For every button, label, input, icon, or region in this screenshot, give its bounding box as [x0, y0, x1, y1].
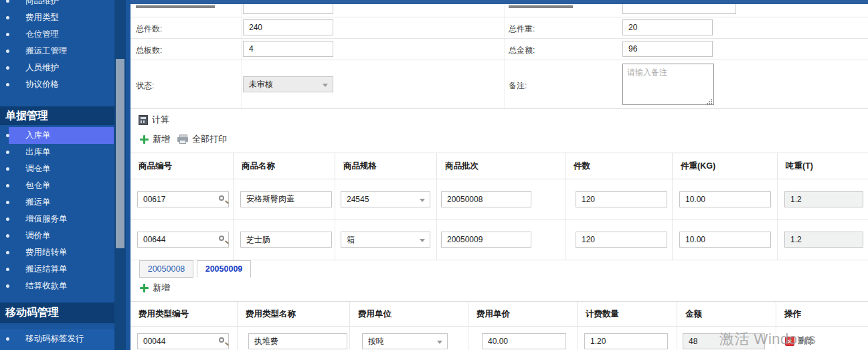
- sidebar-scrollbar[interactable]: [114, 0, 126, 350]
- sidebar-item-porter-management[interactable]: 搬运工管理: [0, 43, 131, 60]
- sidebar-nav: 商品维护 费用类型 仓位管理 搬运工管理 人员维护 协议价格: [0, 0, 131, 350]
- sidebar-item-fee-type[interactable]: 费用类型: [0, 9, 131, 26]
- remark-field-wrap: [622, 64, 714, 108]
- add-fee-button[interactable]: 新增: [140, 282, 170, 294]
- sidebar-item-transfer-order[interactable]: 调仓单: [0, 161, 131, 177]
- total-amount-input[interactable]: [622, 41, 713, 57]
- total-pieces-input[interactable]: [243, 19, 333, 35]
- total-piece-weight-input[interactable]: [622, 19, 713, 35]
- spec-value: 24545: [347, 195, 369, 204]
- fee-name-input[interactable]: [248, 333, 347, 349]
- sidebar-item-label: 搬运单: [25, 194, 51, 211]
- chevron-down-icon: [420, 199, 425, 202]
- status-label: 状态:: [136, 80, 154, 92]
- product-batch-input[interactable]: [441, 232, 531, 248]
- product-name-input[interactable]: [240, 232, 332, 248]
- sidebar-item-personnel[interactable]: 人员维护: [0, 60, 131, 76]
- bullet-icon: [6, 284, 9, 288]
- sidebar-item-packing-order[interactable]: 包仓单: [0, 177, 131, 194]
- product-spec-select[interactable]: 箱: [341, 232, 430, 248]
- col-header-unit-weight: 件重(KG): [673, 153, 778, 179]
- form-row-divider: [131, 17, 868, 17]
- order-summary-form: 总件数: 总件重: 总板数: 总金额: 状态: 未审核 备注:: [131, 0, 868, 108]
- resize-grip-icon[interactable]: [711, 103, 712, 104]
- sidebar-item-label: 协议价格: [25, 76, 59, 93]
- sidebar-item-label: 仓位管理: [25, 26, 59, 43]
- product-table: 商品编号 商品名称 商品规格 商品批次 件数 件重(KG) 吨重(T) 2454…: [131, 153, 868, 260]
- sidebar-item-fee-carryover-order[interactable]: 费用结转单: [0, 244, 131, 261]
- bullet-icon: [6, 66, 9, 70]
- sidebar-item-label: 结算收款单: [25, 278, 68, 294]
- sidebar-item-label: 费用结转单: [25, 244, 68, 261]
- product-code-input[interactable]: [137, 232, 229, 248]
- sidebar-item-agreement-price[interactable]: 协议价格: [0, 76, 131, 93]
- selected-highlight: [9, 127, 114, 144]
- form-bottom-divider: [131, 108, 868, 109]
- sidebar-item-warehouse-slot[interactable]: 仓位管理: [0, 26, 131, 43]
- sidebar-item-handling-settlement-order[interactable]: 搬运结算单: [0, 261, 131, 278]
- sidebar-item-label: 调仓单: [25, 161, 51, 177]
- search-icon[interactable]: [219, 337, 224, 343]
- sidebar-item-price-adjust-order[interactable]: 调价单: [0, 228, 131, 244]
- sidebar-item-product-maintenance[interactable]: 商品维护: [0, 0, 131, 9]
- fee-qty-input[interactable]: [584, 333, 668, 349]
- remark-textarea[interactable]: [622, 64, 714, 105]
- total-amount-label: 总金额:: [509, 45, 535, 56]
- fee-price-input[interactable]: [482, 333, 566, 349]
- table-row: [673, 179, 778, 220]
- print-all-button[interactable]: 全部打印: [177, 133, 227, 145]
- col-header-product-batch: 商品批次: [437, 153, 566, 179]
- fee-code-input[interactable]: [137, 333, 229, 349]
- qty-input[interactable]: [576, 232, 667, 248]
- unit-weight-input[interactable]: [679, 191, 771, 207]
- product-batch-input[interactable]: [441, 191, 531, 207]
- sidebar-item-label: 搬运结算单: [25, 261, 68, 278]
- form-divider: [504, 4, 505, 108]
- sidebar-section-mobile-code: 移动码管理: [0, 302, 114, 323]
- table-row: [437, 179, 566, 220]
- product-spec-select[interactable]: 24545: [341, 191, 430, 207]
- section-title: 单据管理: [5, 109, 48, 123]
- sidebar-item-settlement-receipt-order[interactable]: 结算收款单: [0, 278, 131, 294]
- table-row: [131, 220, 234, 260]
- product-code-input[interactable]: [137, 191, 229, 207]
- calculate-button[interactable]: 计算: [139, 114, 169, 126]
- section-title: 移动码管理: [5, 306, 59, 320]
- clipped-input[interactable]: [243, 4, 333, 14]
- sidebar-item-handling-order[interactable]: 搬运单: [0, 194, 131, 211]
- sidebar-item-outbound-order[interactable]: 出库单: [0, 144, 131, 161]
- bullet-icon: [6, 33, 9, 36]
- remark-label: 备注:: [509, 80, 527, 92]
- col-header-product-code: 商品编号: [131, 153, 234, 179]
- col-header-actions: 操作: [776, 302, 868, 327]
- total-pallets-input[interactable]: [243, 41, 333, 57]
- fee-unit-select[interactable]: 按吨: [362, 333, 448, 349]
- bullet-icon: [6, 268, 9, 271]
- status-select[interactable]: 未审核: [243, 76, 333, 92]
- sidebar-item-label: 商品维护: [25, 0, 59, 9]
- total-piece-weight-label: 总件重:: [509, 23, 535, 35]
- sidebar-scrollbar-thumb[interactable]: [116, 59, 124, 248]
- sidebar-item-mobile-code-label-issue[interactable]: 移动码标签发行: [0, 331, 131, 347]
- main-content: 总件数: 总件重: 总板数: 总金额: 状态: 未审核 备注: 计算: [131, 0, 868, 350]
- form-row-divider: [131, 60, 868, 60]
- search-icon[interactable]: [219, 195, 224, 201]
- total-pallets-label: 总板数:: [136, 45, 162, 56]
- search-icon[interactable]: [219, 236, 224, 241]
- bullet-icon: [6, 151, 9, 154]
- clipped-form-row: [131, 4, 868, 17]
- unit-weight-input[interactable]: [679, 232, 771, 248]
- sidebar-item-inbound-order[interactable]: 入库单: [0, 127, 131, 144]
- tab-batch-20050009[interactable]: 20050009: [197, 260, 251, 278]
- sidebar-item-label: 调价单: [25, 228, 51, 244]
- clipped-input[interactable]: [622, 4, 736, 14]
- print-all-label: 全部打印: [192, 133, 227, 145]
- sidebar-item-value-added-service-order[interactable]: 增值服务单: [0, 211, 131, 228]
- col-header-qty: 件数: [566, 153, 673, 179]
- add-product-button[interactable]: 新增: [140, 133, 170, 145]
- form-row-divider: [131, 38, 868, 39]
- sidebar-item-label: 包仓单: [25, 177, 51, 194]
- qty-input[interactable]: [576, 191, 667, 207]
- tab-batch-20050008[interactable]: 20050008: [139, 260, 193, 278]
- product-name-input[interactable]: [240, 191, 332, 207]
